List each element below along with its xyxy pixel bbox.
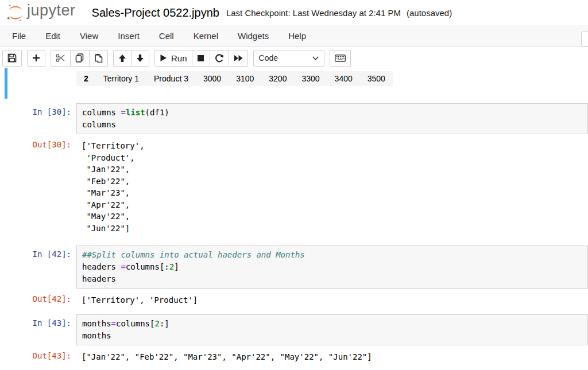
copy-icon	[75, 53, 84, 63]
command-palette-button[interactable]	[330, 50, 351, 67]
play-icon	[160, 54, 167, 62]
fast-forward-icon	[234, 54, 243, 62]
menu-file[interactable]: File	[2, 26, 36, 46]
notebook-scroll-area[interactable]: 1Territory 1Product 22000210022002300240…	[0, 68, 588, 370]
toolbar: Run Code	[0, 48, 588, 68]
copy-cells-button[interactable]	[71, 50, 90, 67]
stop-icon	[197, 54, 204, 62]
checkpoint-status: Last Checkpoint: Last Wednesday at 2:41 …	[226, 8, 401, 18]
move-cell-up-button[interactable]	[113, 50, 131, 67]
table-row: 2Territory 1Product 33000310032003300340…	[76, 71, 393, 86]
add-cell-button[interactable]	[27, 50, 45, 67]
header: jupyter Sales-Project 0522.jpynb Last Ch…	[0, 0, 588, 25]
output-text: ["Jan'22", "Feb'22", "Mar'23", "Apr'22",…	[76, 349, 372, 363]
input-prompt: In [30]:	[0, 103, 76, 134]
menubar: File Edit View Insert Cell Kernel Widget…	[0, 25, 588, 47]
chevron-down-icon	[312, 56, 319, 60]
save-button[interactable]	[2, 50, 22, 67]
save-icon	[7, 53, 17, 63]
jupyter-logo[interactable]: jupyter	[6, 3, 76, 22]
interrupt-kernel-button[interactable]	[192, 50, 210, 67]
dataframe-table: 1Territory 1Product 22000210022002300240…	[76, 68, 393, 86]
notebook-title[interactable]: Sales-Project 0522.jpynb	[92, 6, 219, 20]
output-prompt: Out[43]:	[0, 349, 76, 363]
code-cell-42: In [42]: ##Split columns into actual hae…	[0, 246, 588, 289]
menu-view[interactable]: View	[70, 26, 108, 46]
restart-run-all-button[interactable]	[229, 50, 248, 67]
output-cell-42: Out[42]: ['Territory', 'Product']	[0, 292, 588, 306]
code-cell-43: In [43]: months=columns[2:]months	[0, 314, 588, 345]
dataframe-table-wrap: 1Territory 1Product 22000210022002300240…	[76, 68, 588, 86]
menu-edit[interactable]: Edit	[36, 26, 70, 46]
menu-kernel[interactable]: Kernel	[184, 26, 228, 46]
arrow-down-icon	[136, 54, 144, 63]
menu-widgets[interactable]: Widgets	[228, 26, 278, 46]
menu-cell[interactable]: Cell	[149, 26, 184, 46]
move-cell-down-button[interactable]	[131, 50, 149, 67]
output-text: ['Territory', 'Product']	[76, 292, 198, 306]
keyboard-icon	[335, 54, 346, 62]
scissors-icon	[56, 54, 65, 63]
paste-icon	[94, 53, 103, 63]
jupyter-notebook-app: jupyter Sales-Project 0522.jpynb Last Ch…	[0, 0, 588, 370]
clipped-right-button[interactable]	[581, 32, 588, 46]
output-prompt: Out[30]:	[0, 138, 76, 234]
cell-type-value: Code	[259, 53, 278, 63]
jupyter-logo-icon	[6, 3, 25, 22]
jupyter-logo-text: jupyter	[27, 2, 76, 20]
restart-icon	[215, 54, 224, 63]
restart-kernel-button[interactable]	[210, 50, 229, 67]
run-button[interactable]: Run	[154, 50, 192, 67]
input-prompt: In [42]:	[0, 246, 76, 289]
cut-cell-button[interactable]	[51, 50, 71, 67]
plus-icon	[32, 54, 40, 62]
paste-cells-button[interactable]	[90, 50, 108, 67]
input-prompt: In [43]:	[0, 314, 76, 345]
output-cell-43: Out[43]: ["Jan'22", "Feb'22", "Mar'23", …	[0, 349, 588, 363]
run-button-label: Run	[171, 53, 187, 63]
arrow-up-icon	[118, 54, 126, 63]
code-cell-30: In [30]: columns =list(df1)columns	[0, 103, 588, 134]
autosave-status: (autosaved)	[407, 8, 452, 18]
selected-cell-indicator	[5, 68, 7, 99]
code-editor[interactable]: ##Split columns into actual haeders and …	[76, 246, 588, 289]
code-editor[interactable]: months=columns[2:]months	[76, 314, 588, 345]
cell-type-select[interactable]: Code	[253, 50, 324, 67]
menu-help[interactable]: Help	[278, 26, 316, 46]
code-editor[interactable]: columns =list(df1)columns	[76, 103, 588, 134]
menu-insert[interactable]: Insert	[108, 26, 149, 46]
dataframe-output-cell[interactable]: 1Territory 1Product 22000210022002300240…	[0, 68, 588, 99]
output-prompt: Out[42]:	[0, 292, 76, 306]
output-cell-30: Out[30]: ['Territory', 'Product', "Jan'2…	[0, 138, 588, 234]
output-text: ['Territory', 'Product', "Jan'22", "Feb'…	[76, 138, 145, 234]
